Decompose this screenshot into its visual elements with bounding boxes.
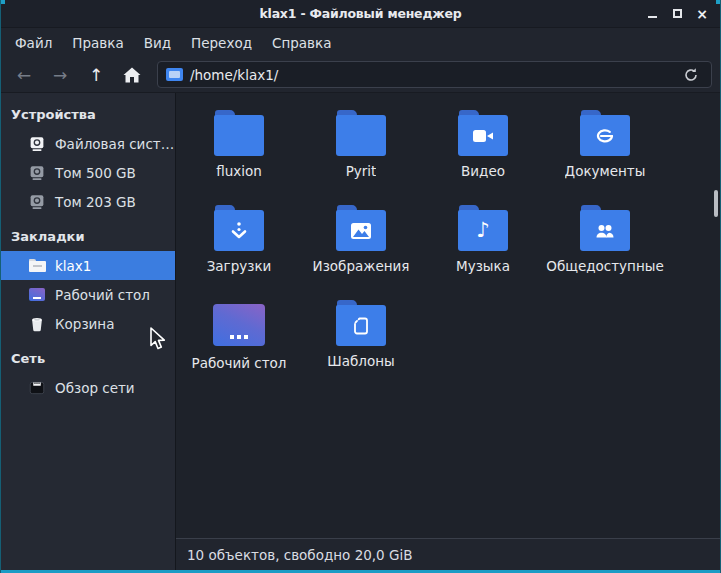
picture-icon <box>336 210 386 251</box>
sidebar-item-filesystem[interactable]: Файловая сист… <box>1 129 175 158</box>
folder-documents-icon <box>580 110 630 156</box>
drive-icon <box>28 193 46 211</box>
window-border-accent <box>716 0 720 4</box>
drive-icon <box>28 164 46 182</box>
file-grid[interactable]: fluxion Pyrit Видео <box>176 93 720 538</box>
file-item-fluxion[interactable]: fluxion <box>178 105 300 200</box>
sidebar-item-volume-500[interactable]: Том 500 GB <box>1 158 175 187</box>
path-text: /home/klax1/ <box>190 67 278 83</box>
file-item-documents[interactable]: Документы <box>544 105 666 200</box>
desktop-icon <box>28 286 46 304</box>
forward-icon: → <box>53 65 67 85</box>
sidebar-item-klax1[interactable]: klax1 <box>1 251 175 280</box>
folder-music-icon: ♪ <box>458 205 508 251</box>
sidebar-item-label: Том 500 GB <box>55 165 136 181</box>
file-label: Загрузки <box>207 258 272 274</box>
path-folder-icon <box>166 68 183 81</box>
folder-public-icon <box>580 205 630 251</box>
menu-edit[interactable]: Правка <box>62 30 133 56</box>
folder-icon <box>336 110 386 156</box>
file-item-images[interactable]: Изображения <box>300 200 422 295</box>
people-icon <box>580 210 630 251</box>
home-button[interactable] <box>115 61 149 89</box>
template-document-icon <box>336 305 386 346</box>
paperclip-icon <box>580 115 630 156</box>
file-item-desktop[interactable]: Рабочий стол <box>178 295 300 390</box>
music-note-icon: ♪ <box>458 210 508 251</box>
file-item-pyrit[interactable]: Pyrit <box>300 105 422 200</box>
file-label: Документы <box>565 163 646 179</box>
sidebar-section-network: Сеть <box>1 345 175 373</box>
title-bar[interactable]: klax1 - Файловый менеджер × <box>1 0 720 28</box>
sidebar-item-volume-203[interactable]: Том 203 GB <box>1 187 175 216</box>
file-item-downloads[interactable]: Загрузки <box>178 200 300 295</box>
file-item-video[interactable]: Видео <box>422 105 544 200</box>
maximize-button[interactable] <box>669 6 685 22</box>
sidebar-item-label: Рабочий стол <box>55 287 150 303</box>
drive-icon <box>28 135 46 153</box>
path-bar[interactable]: /home/klax1/ <box>157 61 712 88</box>
close-icon: × <box>696 7 708 21</box>
file-label: Шаблоны <box>327 353 394 369</box>
refresh-button[interactable] <box>679 67 703 83</box>
sidebar-item-label: Файловая сист… <box>55 136 174 152</box>
forward-button[interactable]: → <box>43 61 77 89</box>
file-label: Изображения <box>313 258 410 274</box>
close-button[interactable]: × <box>694 6 710 22</box>
network-icon <box>28 379 46 397</box>
sidebar-item-label: Корзина <box>55 316 114 332</box>
sidebar-item-label: Том 203 GB <box>55 194 136 210</box>
file-label: Pyrit <box>346 163 377 179</box>
up-icon: ↑ <box>89 65 103 85</box>
minimize-icon <box>648 16 657 18</box>
file-item-music[interactable]: ♪ Музыка <box>422 200 544 295</box>
video-camera-icon <box>458 115 508 156</box>
menu-help[interactable]: Справка <box>262 30 341 56</box>
trash-icon <box>28 315 46 333</box>
download-arrow-icon <box>214 210 264 251</box>
file-label: Видео <box>461 163 505 179</box>
folder-video-icon <box>458 110 508 156</box>
status-text: 10 объектов, свободно 20,0 GiB <box>187 547 412 563</box>
folder-icon <box>28 257 46 275</box>
file-manager-window: klax1 - Файловый менеджер × Файл Правка … <box>0 0 721 573</box>
folder-icon <box>214 110 264 156</box>
scrollbar-thumb[interactable] <box>714 190 718 217</box>
up-button[interactable]: ↑ <box>79 61 113 89</box>
menu-view[interactable]: Вид <box>134 30 181 56</box>
file-label: Рабочий стол <box>192 355 287 371</box>
folder-downloads-icon <box>214 205 264 251</box>
folder-templates-icon <box>336 300 386 346</box>
minimize-button[interactable] <box>644 6 660 22</box>
sidebar-item-desktop[interactable]: Рабочий стол <box>1 280 175 309</box>
window-border-accent <box>1 0 5 4</box>
desktop-gradient-icon <box>213 304 265 346</box>
file-label: Общедоступные <box>546 258 663 274</box>
folder-images-icon <box>336 205 386 251</box>
sidebar-section-bookmarks: Закладки <box>1 223 175 251</box>
file-item-public[interactable]: Общедоступные <box>544 200 666 295</box>
file-label: fluxion <box>216 163 262 179</box>
toolbar: ← → ↑ /home/klax1/ <box>1 57 720 93</box>
mouse-cursor <box>150 327 167 351</box>
file-item-templates[interactable]: Шаблоны <box>300 295 422 390</box>
file-label: Музыка <box>456 258 510 274</box>
sidebar-section-devices: Устройства <box>1 101 175 129</box>
sidebar-item-network-browse[interactable]: Обзор сети <box>1 373 175 402</box>
window-title: klax1 - Файловый менеджер <box>1 6 720 21</box>
menu-go[interactable]: Переход <box>181 30 262 56</box>
menu-bar: Файл Правка Вид Переход Справка <box>1 28 720 57</box>
maximize-icon <box>673 9 682 18</box>
sidebar-item-trash[interactable]: Корзина <box>1 309 175 338</box>
sidebar-item-label: Обзор сети <box>55 380 135 396</box>
refresh-icon <box>683 67 699 83</box>
home-icon <box>123 67 141 83</box>
back-icon: ← <box>17 65 31 85</box>
back-button[interactable]: ← <box>7 61 41 89</box>
sidebar-item-label: klax1 <box>55 258 91 274</box>
status-bar: 10 объектов, свободно 20,0 GiB <box>176 538 720 570</box>
menu-file[interactable]: Файл <box>5 30 62 56</box>
